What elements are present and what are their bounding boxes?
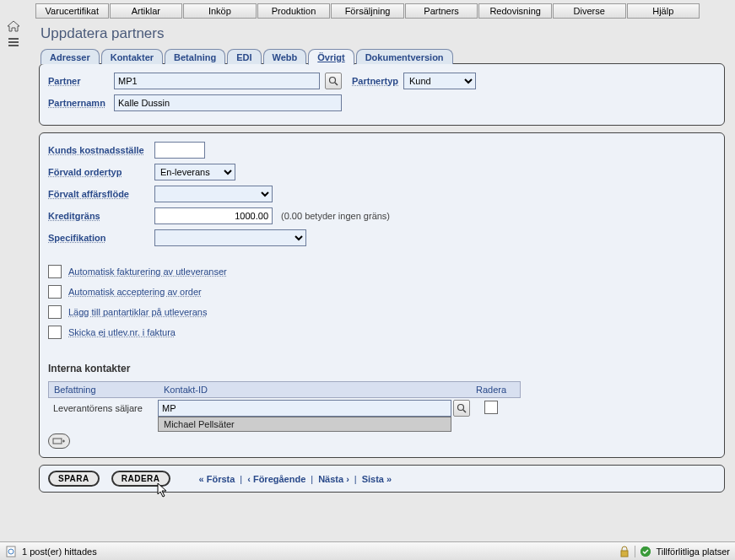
menu-inkop[interactable]: Inköp bbox=[183, 3, 257, 19]
pager-next[interactable]: Nästa › bbox=[318, 474, 349, 484]
pager-last[interactable]: Sista » bbox=[362, 474, 392, 484]
menu-diverse[interactable]: Diverse bbox=[553, 3, 626, 19]
svg-line-6 bbox=[463, 410, 466, 412]
add-row-icon bbox=[52, 437, 66, 445]
tab-ovrigt[interactable]: Övrigt bbox=[308, 49, 354, 65]
skicka-ej-checkbox[interactable] bbox=[48, 326, 62, 339]
partnertyp-select[interactable]: Kund bbox=[403, 73, 476, 89]
delete-button[interactable]: RADERA bbox=[111, 471, 170, 487]
pager-first[interactable]: « Första bbox=[199, 474, 235, 484]
shield-icon bbox=[640, 547, 651, 557]
tab-webb[interactable]: Webb bbox=[263, 49, 307, 64]
menu-produktion[interactable]: Produktion bbox=[257, 3, 331, 19]
partner-lookup-button[interactable] bbox=[325, 73, 342, 89]
affarsflode-label: Förvalt affärsflöde bbox=[48, 189, 149, 199]
spec-label: Specifikation bbox=[48, 233, 149, 243]
kredit-input[interactable] bbox=[154, 207, 273, 224]
left-toolbar bbox=[2, 19, 25, 52]
col-befattning: Befattning bbox=[49, 382, 159, 397]
table-row: Leverantörens säljare Michael Pellsäter bbox=[48, 398, 521, 418]
auto-fakturering-checkbox[interactable] bbox=[48, 265, 62, 278]
grid-header: Befattning Kontakt-ID Radera bbox=[48, 381, 521, 398]
radera-checkbox[interactable] bbox=[484, 401, 498, 414]
ordertyp-label: Förvald ordertyp bbox=[48, 167, 149, 177]
save-button[interactable]: SPARA bbox=[48, 471, 100, 487]
svg-point-5 bbox=[458, 405, 464, 411]
interna-kontakter-title: Interna kontakter bbox=[48, 363, 716, 374]
tab-dokumentversion[interactable]: Dokumentversion bbox=[356, 49, 453, 64]
partnertyp-label: Partnertyp bbox=[352, 76, 398, 86]
partnernamn-input[interactable] bbox=[114, 94, 342, 111]
pantartiklar-checkbox[interactable] bbox=[48, 305, 62, 319]
partnernamn-label: Partnernamn bbox=[48, 98, 109, 108]
tab-edi[interactable]: EDI bbox=[227, 49, 261, 64]
menu-partners[interactable]: Partners bbox=[405, 3, 478, 19]
autocomplete-item[interactable]: Michael Pellsäter bbox=[158, 417, 451, 432]
menu-forsaljning[interactable]: Försäljning bbox=[331, 3, 404, 19]
kontakter-grid: Befattning Kontakt-ID Radera Leverantöre… bbox=[48, 381, 521, 418]
kontakt-id-input[interactable] bbox=[158, 400, 451, 417]
menu-redovisning[interactable]: Redovisning bbox=[478, 3, 552, 19]
search-icon bbox=[457, 403, 467, 413]
header-panel: Partner Partnertyp Kund Partnernamn bbox=[39, 63, 725, 126]
befattning-cell: Leverantörens säljare bbox=[48, 401, 158, 416]
kredit-label: Kreditgräns bbox=[48, 211, 149, 221]
auto-acceptering-label: Automatisk acceptering av order bbox=[68, 287, 202, 297]
auto-fakturering-label: Automatisk fakturering av utleveranser bbox=[68, 267, 227, 277]
tab-adresser[interactable]: Adresser bbox=[41, 49, 100, 64]
spec-select[interactable] bbox=[154, 229, 306, 246]
svg-line-4 bbox=[335, 83, 338, 85]
partner-label: Partner bbox=[48, 76, 109, 86]
svg-point-3 bbox=[330, 78, 336, 83]
page-icon bbox=[5, 546, 17, 557]
col-radera: Radera bbox=[471, 382, 513, 397]
col-kontakt: Kontakt-ID bbox=[159, 382, 471, 397]
auto-acceptering-checkbox[interactable] bbox=[48, 285, 62, 299]
tab-kontakter[interactable]: Kontakter bbox=[101, 49, 163, 64]
status-text: 1 post(er) hittades bbox=[22, 547, 97, 557]
main-panel: Kunds kostnadsställe Förvald ordertyp En… bbox=[39, 132, 725, 458]
page-title: Uppdatera partners bbox=[35, 24, 728, 49]
tab-bar: Adresser Kontakter Betalning EDI Webb Öv… bbox=[41, 49, 728, 64]
tab-betalning[interactable]: Betalning bbox=[165, 49, 225, 64]
lock-icon bbox=[619, 546, 630, 557]
menu-artiklar[interactable]: Artiklar bbox=[110, 3, 183, 19]
kostnad-label: Kunds kostnadsställe bbox=[48, 145, 149, 155]
partner-input[interactable] bbox=[114, 73, 320, 89]
menu-varucertifikat[interactable]: Varucertifikat bbox=[35, 3, 109, 19]
status-bar: 1 post(er) hittades Tillförlitliga plats… bbox=[0, 541, 735, 560]
kontakt-lookup-button[interactable] bbox=[453, 400, 470, 417]
skicka-ej-label: Skicka ej utlev.nr. i faktura bbox=[68, 327, 176, 337]
hamburger-icon[interactable] bbox=[8, 37, 19, 47]
ordertyp-select[interactable]: En-leverans bbox=[154, 164, 235, 180]
svg-rect-7 bbox=[53, 439, 62, 444]
add-row-button[interactable] bbox=[48, 433, 70, 449]
footer-bar: SPARA RADERA « Första | ‹ Föregående | N… bbox=[39, 465, 725, 493]
home-icon[interactable] bbox=[7, 20, 20, 32]
pager-prev[interactable]: ‹ Föregående bbox=[247, 474, 305, 484]
pantartiklar-label: Lägg till pantartiklar på utleverans bbox=[68, 307, 207, 317]
trusted-sites-text: Tillförlitliga platser bbox=[656, 547, 730, 557]
search-icon bbox=[328, 76, 338, 86]
menu-hjalp[interactable]: Hjälp bbox=[627, 3, 700, 19]
kredit-hint: (0.00 betyder ingen gräns) bbox=[281, 211, 390, 221]
affarsflode-select[interactable] bbox=[154, 186, 273, 202]
kostnad-input[interactable] bbox=[154, 142, 205, 159]
svg-rect-12 bbox=[621, 551, 628, 557]
top-menu: Varucertifikat Artiklar Inköp Produktion… bbox=[0, 0, 735, 19]
pager: « Första | ‹ Föregående | Nästa › | Sist… bbox=[199, 474, 392, 484]
